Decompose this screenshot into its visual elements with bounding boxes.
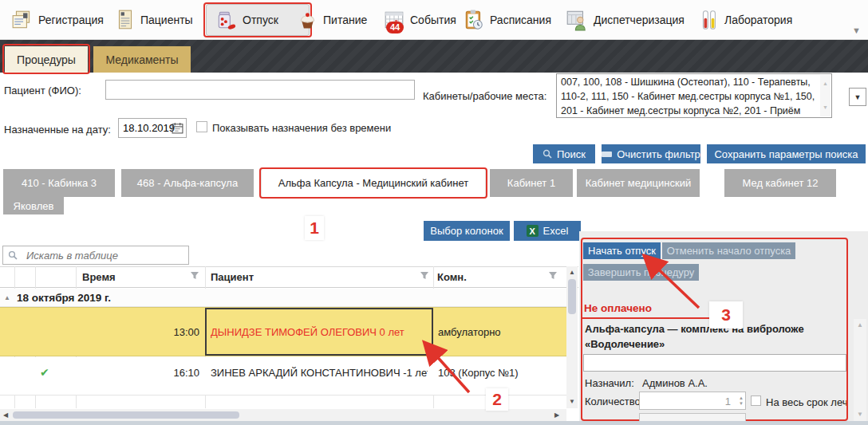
filter-funnel-icon[interactable]	[420, 271, 429, 281]
choose-columns-button[interactable]: Выбор колонок	[424, 221, 510, 241]
toolbar-item-dispatch[interactable]: Диспетчеризация	[565, 0, 685, 40]
excel-button-label: Excel	[543, 225, 569, 237]
room-tab-med-12[interactable]: Мед кабинет 12	[724, 169, 836, 197]
toolbar-item-schedules[interactable]: Расписания	[463, 0, 551, 40]
save-search-params-label: Сохранить параметры поиска	[714, 148, 858, 160]
table-search-input[interactable]	[22, 248, 174, 263]
calendar-icon[interactable]	[172, 122, 183, 134]
finish-procedure-label: Завершить процедуру	[588, 266, 695, 278]
clear-filter-label: Очистить фильтр	[617, 148, 700, 160]
patient-name-input[interactable]	[105, 80, 415, 100]
scroll-down-icon[interactable]: ▼	[569, 398, 575, 406]
cabinets-listbox[interactable]: 007, 100, 108 - Шишкина (Остеопат), 110 …	[556, 73, 832, 118]
date-label: Назначенные на дату:	[4, 124, 111, 136]
scroll-up-icon[interactable]: ▲	[569, 269, 575, 277]
scroll-up-icon[interactable]: ▲	[857, 321, 863, 329]
dispatch-icon	[565, 9, 589, 31]
cabinets-label: Кабинеты/рабочие места:	[423, 90, 546, 102]
save-search-params-button[interactable]: Сохранить параметры поиска	[707, 144, 866, 163]
cabinets-listbox-text: 007, 100, 108 - Шишкина (Остеопат), 110 …	[561, 77, 815, 116]
cabinets-dropdown-button[interactable]: ▼	[849, 88, 866, 106]
filter-funnel-icon[interactable]	[190, 271, 199, 281]
room-tab-kabinet-med[interactable]: Кабинет медицинский	[577, 169, 700, 197]
scroll-up-icon[interactable]: ▲	[823, 77, 828, 91]
quantity-stepper[interactable]: 1 ▲▼	[639, 392, 746, 410]
column-header-time[interactable]: Время	[82, 271, 116, 283]
table-search-box[interactable]	[2, 246, 189, 265]
toolbar-item-label: Диспетчеризация	[594, 14, 685, 26]
show-without-time-checkbox[interactable]	[196, 121, 207, 132]
annotation-step-2: 2	[486, 388, 508, 411]
room-tab-410[interactable]: 410 - Кабинка 3	[3, 169, 115, 197]
detail-panel-scrollbar[interactable]: ▲ ▼	[854, 319, 866, 421]
room-tab-kabinet-1[interactable]: Кабинет 1	[490, 169, 573, 197]
full-course-checkbox[interactable]	[751, 395, 761, 406]
stepper-arrows-icon[interactable]: ▲▼	[739, 394, 744, 407]
annotation-box-dispense	[203, 2, 312, 37]
finish-procedure-button[interactable]: Завершить процедуру	[583, 264, 699, 281]
completed-checkmark-icon: ✔	[40, 366, 49, 379]
table-horizontal-scrollbar[interactable]: ◀ ▶	[0, 409, 566, 421]
annotation-step-3: 3	[709, 301, 743, 329]
collapse-triangle-icon[interactable]: ▲	[4, 294, 10, 301]
room-tab-label: Мед кабинет 12	[742, 177, 818, 189]
cabinets-scrollbar[interactable]: ▲▼	[820, 75, 831, 116]
tab-medications[interactable]: Медикаменты	[93, 46, 191, 73]
patients-icon	[115, 9, 136, 31]
search-button-label: Поиск	[557, 148, 586, 160]
toolbar-item-label: Регистрация	[38, 14, 104, 26]
toolbar-item-laboratory[interactable]: Лаборатория	[699, 0, 792, 40]
clear-filter-button[interactable]: Очистить фильтр	[602, 144, 700, 163]
payment-status: Не оплачено	[584, 302, 652, 314]
application-window: Регистрация Пациенты Отпуск Питание Собы…	[0, 0, 868, 425]
table-vertical-scrollbar[interactable]: ▲ ▼	[566, 266, 578, 408]
full-course-label: На весь срок леч	[766, 396, 846, 408]
scroll-left-icon[interactable]: ◀	[3, 411, 8, 419]
room-tab-label: Кабинет медицинский	[586, 177, 691, 189]
toolbar-overflow-icon[interactable]: ▼	[852, 26, 861, 35]
prescriber-value: Админов А.А.	[642, 377, 708, 389]
excel-export-button[interactable]: X Excel	[514, 221, 581, 241]
cancel-start-label: Отменить начало отпуска	[667, 245, 791, 257]
prescriber-label: Назначил:	[585, 377, 634, 389]
cancel-start-button[interactable]: Отменить начало отпуска	[662, 242, 795, 259]
room-tab-label: Кабинет 1	[507, 177, 555, 189]
patient-name-label: Пациент (ФИО):	[4, 85, 81, 96]
start-dispense-button[interactable]: Начать отпуск	[583, 242, 661, 259]
scrollbar-thumb[interactable]	[568, 279, 576, 314]
annotation-box-room-tab	[259, 167, 487, 199]
room-tab-yakovlev[interactable]: Яковлев	[3, 197, 64, 214]
comment-input[interactable]	[583, 354, 846, 372]
toolbar-item-nutrition[interactable]: Питание	[297, 0, 367, 40]
date-group-label: 18 октября 2019 г.	[17, 292, 111, 304]
column-header-patient[interactable]: Пациент	[211, 271, 254, 283]
choose-columns-label: Выбор колонок	[430, 225, 503, 237]
toolbar-item-registration[interactable]: Регистрация	[11, 0, 104, 40]
cell-room: 103 (Корпус №1)	[438, 367, 562, 379]
scroll-down-icon[interactable]: ▼	[823, 100, 828, 115]
tab-label: Медикаменты	[105, 53, 178, 66]
scroll-right-icon[interactable]: ▶	[554, 411, 559, 419]
cell-patient: ДЫНИДЗЕ ТИМОФЕЙ ОЛЕГОВИЧ 0 лет	[211, 326, 428, 338]
schedule-clipboard-icon	[463, 9, 485, 31]
date-group-row[interactable]: ▲ 18 октября 2019 г.	[0, 289, 566, 307]
cell-room: амбулаторно	[438, 326, 562, 338]
cell-time: 13:00	[76, 326, 199, 338]
events-count-badge: 44	[386, 22, 404, 33]
column-header-room[interactable]: Комн.	[437, 271, 467, 283]
scroll-down-icon[interactable]: ▼	[857, 411, 863, 419]
toolbar-item-patients[interactable]: Пациенты	[115, 0, 193, 40]
window-bottom-edge	[0, 421, 868, 425]
annotation-inner-line	[581, 317, 713, 319]
toolbar-item-events[interactable]: События	[383, 0, 456, 40]
toolbar-item-label: Расписания	[490, 14, 551, 26]
filter-funnel-icon[interactable]	[548, 271, 558, 281]
cake-icon	[297, 9, 318, 31]
search-button[interactable]: Поиск	[533, 144, 595, 163]
quantity-label: Количество:	[585, 395, 643, 407]
scrollbar-thumb[interactable]	[13, 411, 239, 419]
room-tab-468[interactable]: 468 - Альфа-капсула	[121, 169, 254, 197]
eraser-icon	[602, 152, 612, 157]
cell-time: 16:10	[76, 367, 199, 379]
toolbar-item-label: Питание	[323, 14, 367, 26]
